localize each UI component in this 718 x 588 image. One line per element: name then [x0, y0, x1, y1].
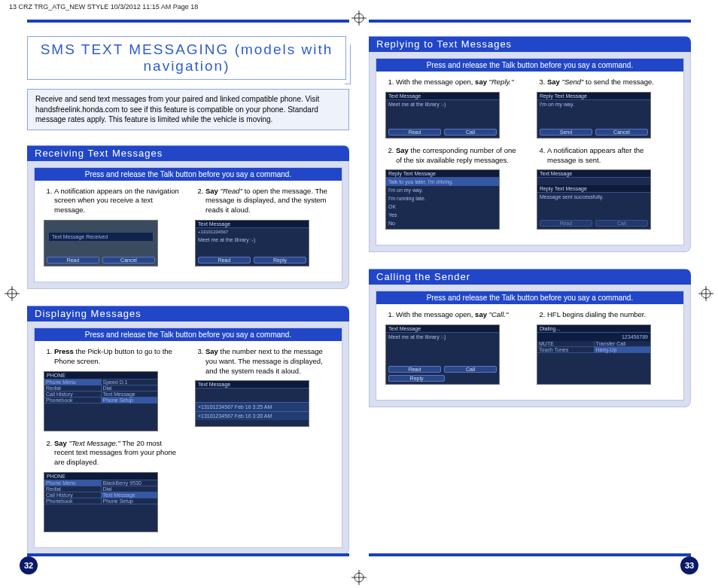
page-number-left: 32 — [20, 556, 38, 574]
section-calling: Calling the Sender Press and release the… — [369, 269, 691, 407]
nav-screenshot: PHONE Phone MenuSpeed D.1 RedialDial Cal… — [44, 371, 158, 431]
tip-bar: Press and release the Talk button before… — [376, 291, 683, 304]
section-head-displaying: Displaying Messages — [27, 306, 349, 321]
page-left: SMS TEXT MESSAGING (models with navigati… — [27, 20, 349, 571]
nav-screenshot: Text Message Reply Text Message Message … — [537, 169, 651, 230]
page-right: Replying to Text Messages Press and rele… — [369, 20, 691, 571]
top-rule — [369, 20, 691, 23]
tip-bar: Press and release the Talk button before… — [376, 59, 683, 72]
step: Say "Read" to open the message. The mess… — [205, 187, 333, 215]
nav-screenshot: Text Message Meet me at the library :-) … — [385, 92, 500, 139]
section-head-calling: Calling the Sender — [369, 269, 691, 285]
step: Say the number next to the message you w… — [205, 347, 333, 376]
nav-screenshot: Text Message Meet me at the library :-) … — [385, 324, 500, 385]
step: Press the Pick-Up button to go to the Ph… — [54, 347, 181, 367]
nav-screenshot: Reply Text Message I'm on my way. Send C… — [537, 92, 651, 139]
step: A notification appears after the message… — [547, 146, 674, 166]
step: Say "Text Message." The 20 most recent t… — [54, 439, 181, 468]
nav-screenshot: Text Message Received Read Cancel — [44, 220, 158, 267]
page-number-right: 33 — [680, 556, 698, 574]
section-replying: Replying to Text Messages Press and rele… — [369, 36, 691, 252]
bottom-rule — [27, 553, 349, 556]
section-displaying: Displaying Messages Press and release th… — [27, 306, 349, 555]
step: HFL begins dialing the number. — [547, 310, 674, 320]
step: Say the corresponding number of one of t… — [396, 146, 523, 166]
tip-bar: Press and release the Talk button before… — [35, 328, 342, 341]
intro-text: Receive and send text messages from your… — [27, 89, 349, 130]
section-head-receiving: Receiving Text Messages — [27, 145, 349, 161]
page-title-box: SMS TEXT MESSAGING (models with navigati… — [27, 36, 346, 80]
section-head-replying: Replying to Text Messages — [369, 36, 691, 52]
step: Say "Send" to send the message. — [547, 78, 674, 87]
tip-bar: Press and release the Talk button before… — [35, 168, 342, 181]
nav-screenshot: Dialing... 123456789 MUTETransfer Call T… — [537, 324, 651, 385]
nav-screenshot: Reply Text Message Talk to you later, I'… — [385, 169, 500, 230]
bottom-rule — [369, 553, 691, 556]
nav-screenshot: Text Message +13101234567 Meet me at the… — [195, 220, 309, 267]
step: A notification appears on the navigation… — [54, 187, 181, 215]
nav-screenshot: Text Message +13101234567 Feb 16 3:25 AM… — [195, 380, 309, 427]
step: With the message open, say "Call." — [396, 310, 523, 320]
nav-screenshot: PHONE Phone MenuBlackBerry 9530 RedialDi… — [44, 472, 158, 532]
top-rule — [27, 20, 349, 23]
page-title: SMS TEXT MESSAGING (models with navigati… — [34, 41, 339, 75]
section-receiving: Receiving Text Messages Press and releas… — [27, 145, 349, 289]
step: With the message open, say "Reply." — [396, 78, 523, 87]
